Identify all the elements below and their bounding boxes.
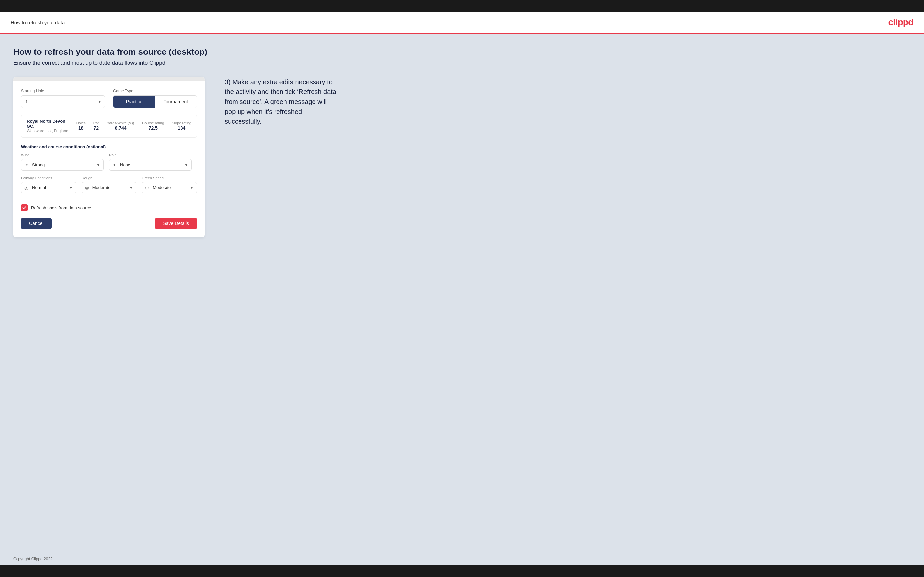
game-type-label: Game Type [113, 89, 197, 93]
page-subheading: Ensure the correct and most up to date d… [13, 60, 911, 66]
save-button[interactable]: Save Details [155, 218, 197, 229]
tournament-button[interactable]: Tournament [155, 96, 197, 108]
yards-value: 6,744 [115, 126, 126, 131]
rain-label: Rain [109, 153, 192, 157]
fairway-group: Fairway Conditions ◎ Normal ▼ [21, 176, 76, 193]
header: How to refresh your data clippd [0, 12, 924, 34]
yards-label: Yards/White (M)) [107, 121, 134, 125]
rain-select-wrapper: ✦ None ▼ [109, 159, 192, 171]
course-stats: Holes 18 Par 72 Yards/White (M)) 6,744 C… [76, 121, 191, 131]
stat-yards: Yards/White (M)) 6,744 [107, 121, 134, 131]
copyright: Copyright Clippd 2022 [13, 556, 53, 561]
refresh-checkbox[interactable] [21, 204, 28, 211]
wind-label: Wind [21, 153, 104, 157]
refresh-label: Refresh shots from data source [31, 205, 91, 210]
sidebar-description: 3) Make any extra edits necessary to the… [225, 77, 337, 126]
wind-select[interactable]: Strong [21, 159, 104, 171]
rain-group: Rain ✦ None ▼ [109, 153, 192, 171]
form-card: Starting Hole 1 ▼ Game Type Practice Tou… [13, 77, 205, 237]
green-speed-label: Green Speed [142, 176, 197, 180]
stat-course-rating: Course rating 72.5 [142, 121, 164, 131]
rough-select[interactable]: Moderate [82, 182, 137, 193]
header-title: How to refresh your data [11, 20, 65, 26]
checkmark-icon [23, 206, 26, 210]
bottom-bar [0, 565, 924, 577]
stat-slope-rating: Slope rating 134 [172, 121, 191, 131]
stat-holes: Holes 18 [76, 121, 86, 131]
fairway-label: Fairway Conditions [21, 176, 76, 180]
card-top-bar [13, 77, 205, 81]
checkbox-row: Refresh shots from data source [21, 204, 197, 211]
divider [21, 199, 197, 199]
footer: Copyright Clippd 2022 [0, 553, 924, 565]
practice-button[interactable]: Practice [113, 96, 155, 108]
conditions-row-1: Wind ≋ Strong ▼ Rain ✦ None [21, 153, 197, 171]
wind-select-wrapper: ≋ Strong ▼ [21, 159, 104, 171]
holes-label: Holes [76, 121, 86, 125]
course-name-area: Royal North Devon GC, Westward Ho!, Engl… [27, 119, 71, 133]
page-heading: How to refresh your data from source (de… [13, 47, 911, 57]
starting-hole-wrapper: 1 ▼ [21, 95, 105, 108]
content-area: Starting Hole 1 ▼ Game Type Practice Tou… [13, 77, 911, 237]
course-rating-value: 72.5 [149, 126, 158, 131]
logo: clippd [888, 17, 913, 28]
starting-hole-group: Starting Hole 1 ▼ [21, 89, 105, 108]
starting-hole-select[interactable]: 1 [21, 95, 105, 108]
buttons-row: Cancel Save Details [21, 218, 197, 229]
course-info-box: Royal North Devon GC, Westward Ho!, Engl… [21, 114, 197, 138]
slope-rating-value: 134 [178, 126, 185, 131]
starting-hole-label: Starting Hole [21, 89, 105, 93]
fairway-select[interactable]: Normal [21, 182, 76, 193]
rough-label: Rough [82, 176, 137, 180]
rough-group: Rough ◎ Moderate ▼ [82, 176, 137, 193]
conditions-section-title: Weather and course conditions (optional) [21, 144, 197, 149]
top-bar [0, 0, 924, 12]
top-form-row: Starting Hole 1 ▼ Game Type Practice Tou… [21, 89, 197, 108]
game-type-buttons: Practice Tournament [113, 95, 197, 108]
par-label: Par [94, 121, 99, 125]
cancel-button[interactable]: Cancel [21, 218, 52, 229]
rough-select-wrapper: ◎ Moderate ▼ [82, 182, 137, 193]
wind-group: Wind ≋ Strong ▼ [21, 153, 104, 171]
par-value: 72 [94, 126, 99, 131]
course-location: Westward Ho!, England [27, 129, 71, 133]
course-rating-label: Course rating [142, 121, 164, 125]
rain-select[interactable]: None [109, 159, 192, 171]
conditions-row-2: Fairway Conditions ◎ Normal ▼ Rough ◎ [21, 176, 197, 193]
green-speed-select-wrapper: ⊙ Moderate ▼ [142, 182, 197, 193]
slope-rating-label: Slope rating [172, 121, 191, 125]
game-type-group: Game Type Practice Tournament [113, 89, 197, 108]
green-speed-select[interactable]: Moderate [142, 182, 197, 193]
sidebar-text: 3) Make any extra edits necessary to the… [225, 77, 337, 126]
holes-value: 18 [78, 126, 84, 131]
fairway-select-wrapper: ◎ Normal ▼ [21, 182, 76, 193]
main-content: How to refresh your data from source (de… [0, 34, 924, 553]
green-speed-group: Green Speed ⊙ Moderate ▼ [142, 176, 197, 193]
stat-par: Par 72 [94, 121, 99, 131]
course-name: Royal North Devon GC, [27, 119, 71, 129]
